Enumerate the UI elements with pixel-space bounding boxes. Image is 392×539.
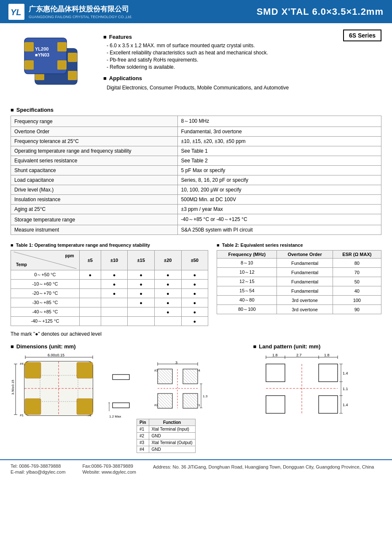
col-freq: Frequency (MHz) (217, 251, 277, 259)
bullet-cell: ● (101, 280, 128, 289)
svg-rect-117 (266, 364, 285, 382)
temp-range: -30～+85 °C (11, 298, 80, 307)
pin-func: Xtal Terminal (Input) (149, 426, 195, 433)
pin-num: #4 (137, 446, 149, 453)
spec-param: Drive level (Max.) (11, 185, 178, 195)
footer-email: E-mail: ylbao@dgylec.com (11, 469, 65, 474)
bullet-cell: ● (181, 289, 208, 298)
bullet-cell: ● (181, 298, 208, 307)
temp-header: ppm Temp (11, 251, 80, 270)
temp-range: -40～+125 °C (11, 317, 80, 326)
spec-value: ±10, ±15, ±20, ±30, ±50 ppm (177, 137, 381, 146)
col-pm50: ±50 (181, 251, 208, 270)
specs-row: Measure instrumentS&A 250B system with P… (11, 225, 381, 235)
bullet-cell: ● (181, 280, 208, 289)
footer-contact: Tel: 0086-769-38879888 E-mail: ylbao@dgy… (11, 464, 65, 474)
spec-value: See Table 1 (177, 146, 381, 156)
spec-param: Load capacitance (11, 175, 178, 185)
esr-value: 40 (333, 286, 381, 296)
specs-row: Insulation resistance500MΩ Min. at DC 10… (11, 195, 381, 205)
svg-text:6.00±0.15: 6.00±0.15 (48, 353, 64, 357)
top-view-drawing: 6.00±0.15 3.50±0.15 #4 #3 #1 #2 (11, 352, 103, 427)
specs-row: Storage temperature range-40～+85 °C or -… (11, 214, 381, 225)
table-row: 15～54Fundamental40 (217, 286, 381, 296)
svg-rect-10 (24, 42, 34, 51)
specs-row: Aging at 25°C±3 ppm / year Max (11, 205, 381, 214)
features-section: 6S Series Features 6.0 x 3.5 x 1.2 MAX. … (103, 30, 381, 99)
specs-table: Frequency range8～100 MHzOvertone OrderFu… (11, 116, 381, 235)
side-view-drawing: 1.2 Max (108, 363, 132, 423)
logo-icon: YL (8, 4, 24, 20)
bullet-cell: ● (101, 270, 128, 280)
bullet-cell: ● (181, 307, 208, 317)
svg-text:1.3: 1.3 (203, 394, 208, 398)
svg-rect-119 (266, 396, 285, 413)
bullet-cell (128, 307, 155, 317)
overtone-order: Fundamental (277, 286, 333, 296)
bullet-cell (79, 298, 101, 307)
table-row: -20～+70 °C●●●● (11, 289, 208, 298)
main-content: YL200 ■YN03 6S Series Features 6.0 x 3.5… (0, 23, 392, 459)
table-row: 10～12Fundamental70 (217, 268, 381, 277)
col-pm5: ±5 (79, 251, 101, 270)
bullet-cell (101, 317, 128, 326)
svg-rect-12 (24, 60, 34, 70)
bullet-cell: ● (154, 289, 181, 298)
bullet-cell: ● (154, 280, 181, 289)
svg-text:YL200: YL200 (35, 46, 48, 51)
footer-address: Address: No. 36 JiTiGang, Donghuan Road,… (153, 464, 374, 474)
table-row: 40～803rd overtone100 (217, 296, 381, 305)
feature-item: Reflow soldering is available. (107, 64, 381, 70)
svg-text:YL: YL (11, 8, 21, 17)
bullet-cell: ● (128, 298, 155, 307)
overtone-order: Fundamental (277, 259, 333, 268)
spec-param: Shunt capacitance (11, 166, 178, 175)
svg-rect-32 (25, 399, 41, 415)
bullet-cell (79, 289, 101, 298)
footer-contact2: Fax:0086-769-38879889 Website: www.dgyle… (82, 464, 136, 474)
company-name-en: GUANGDONG FAILONG CRYSTAL TECHNOLOGY CO.… (29, 15, 132, 19)
product-image: YL200 ■YN03 (11, 30, 95, 99)
applications-text: Digital Electronics, Consumer Products, … (103, 84, 381, 92)
features-heading: Features (103, 34, 343, 40)
table2-heading: Table 2: Equivalent series resistance (217, 243, 381, 248)
spec-param: Aging at 25°C (11, 205, 178, 214)
esr-value: 100 (333, 296, 381, 305)
specs-row: Load capacitanceSeries, 8, 16, 20 pF or … (11, 175, 381, 185)
pin-func: GND (149, 446, 195, 453)
spec-param: Storage temperature range (11, 214, 178, 225)
svg-text:2.7: 2.7 (296, 353, 302, 357)
spec-value: 10, 100, 200 μW or specify (177, 185, 381, 195)
bullet-cell: ● (181, 317, 208, 326)
svg-text:1.4: 1.4 (343, 371, 348, 375)
col-pm10: ±10 (101, 251, 128, 270)
specs-row: Frequency tolerance at 25°C±10, ±15, ±20… (11, 137, 381, 146)
svg-rect-31 (77, 362, 93, 378)
mark-text: The mark "●" denotes our achieved level (11, 331, 381, 337)
specifications-section: Specifications Frequency range8～100 MHzO… (11, 107, 381, 235)
freq-range: 40～80 (217, 296, 277, 305)
feature-item: 6.0 x 3.5 x 1.2 MAX. mm of surface mount… (107, 43, 381, 49)
bullet-cell: ● (154, 270, 181, 280)
overtone-order: Fundamental (277, 268, 333, 277)
bullet-cell: ● (181, 270, 208, 280)
features-list: 6.0 x 3.5 x 1.2 MAX. mm of surface mount… (103, 43, 381, 70)
pin-row: #1Xtal Terminal (Input) (137, 426, 196, 433)
footer-website: Website: www.dgylec.com (82, 469, 136, 474)
spec-value: S&A 250B system with PI circuit (177, 225, 381, 235)
spec-param: Equivalent series resistance (11, 156, 178, 166)
table-row: -30～+85 °C●●● (11, 298, 208, 307)
esr-value: 50 (333, 277, 381, 286)
spec-value: Series, 8, 16, 20 pF or specify (177, 175, 381, 185)
table-row: -40～+125 °C● (11, 317, 208, 326)
specs-row: Overtone OrderFundamental, 3rd overtone (11, 127, 381, 137)
dimensions-land-section: Dimensions (unit: mm) 6.00±0.15 3. (11, 343, 381, 453)
bullet-cell: ● (128, 280, 155, 289)
bullet-cell: ● (154, 298, 181, 307)
bullet-cell (79, 307, 101, 317)
spec-value: -40～+85 °C or -40～+125 °C (177, 214, 381, 225)
dimensions-section: Dimensions (unit: mm) 6.00±0.15 3. (11, 343, 249, 453)
overtone-order: 3rd overtone (277, 296, 333, 305)
table1-section: Table 1: Operating temperature range and… (11, 243, 208, 326)
svg-rect-13 (57, 60, 67, 70)
